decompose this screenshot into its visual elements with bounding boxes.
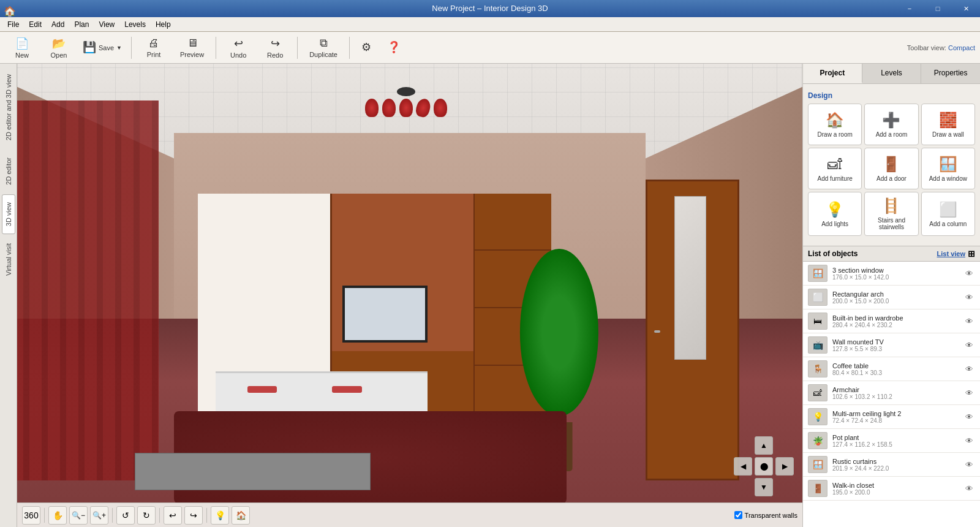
stairs-button[interactable]: 🪜 Stairs and stairwells (864, 192, 918, 236)
obj-name-obj10: Walk-in closet (832, 482, 958, 489)
obj-visibility-obj10[interactable]: 👁 (963, 482, 975, 495)
sidebar-item-2d-editor[interactable]: 2D editor (2, 150, 15, 193)
obj-name-obj2: Rectangular arch (832, 290, 958, 298)
print-button[interactable]: 🖨 Print (137, 34, 171, 61)
home-button[interactable]: 🏠 (232, 506, 250, 525)
menu-edit[interactable]: Edit (24, 19, 47, 30)
obj-thumb-obj5: 🪑 (808, 360, 827, 377)
add-window-icon: 🪟 (939, 156, 957, 173)
rotate-left-button[interactable]: ↺ (116, 506, 135, 525)
menu-levels[interactable]: Levels (119, 19, 151, 30)
stairs-icon: 🪜 (882, 197, 900, 214)
obj-info-obj6: Armchair 102.6 × 103.2 × 110.2 (832, 386, 958, 400)
help-button[interactable]: ❓ (380, 34, 407, 61)
menu-plan[interactable]: Plan (69, 19, 94, 30)
obj-thumb-obj2: ⬜ (808, 289, 827, 306)
add-lights-button[interactable]: 💡 Add lights (808, 192, 862, 236)
add-room-button[interactable]: ➕ Add a room (864, 104, 918, 145)
obj-dims-obj6: 102.6 × 103.2 × 110.2 (832, 393, 958, 400)
redo-button[interactable]: ↪ Redo (258, 34, 292, 61)
nav-up-arrow[interactable]: ▲ (755, 436, 773, 455)
tab-project[interactable]: Project (803, 64, 862, 83)
orbit-left-button[interactable]: ↩ (164, 506, 182, 525)
viewport[interactable]: ▲ ◀ ⬤ ▶ ▼ 360 ✋ 🔍− 🔍+ ↺ ↻ ↩ ↪ 💡 🏠 (17, 64, 802, 527)
list-item[interactable]: 🪑 Coffee table 80.4 × 80.1 × 30.3 👁 (803, 357, 980, 381)
minimize-button[interactable]: − (895, 0, 924, 17)
rotate-right-button[interactable]: ↻ (137, 506, 156, 525)
obj-visibility-obj7[interactable]: 👁 (963, 411, 975, 423)
obj-visibility-obj1[interactable]: 👁 (963, 267, 975, 279)
obj-visibility-obj2[interactable]: 👁 (963, 291, 975, 303)
sidebar-item-3d-view[interactable]: 3D view (2, 194, 15, 234)
duplicate-icon: ⧉ (320, 37, 328, 50)
zoom-out-button[interactable]: 🔍− (69, 506, 88, 525)
list-item[interactable]: 🚪 Walk-in closet 195.0 × 200.0 👁 (803, 477, 980, 501)
list-view-button[interactable]: List view (937, 250, 965, 257)
obj-visibility-obj4[interactable]: 👁 (963, 339, 975, 351)
list-item[interactable]: ⬜ Rectangular arch 200.0 × 15.0 × 200.0 … (803, 286, 980, 309)
redo-icon: ↪ (271, 37, 280, 50)
list-item[interactable]: 📺 Wall mounted TV 127.8 × 5.5 × 89.3 👁 (803, 333, 980, 357)
sidebar-item-virtual-visit[interactable]: Virtual visit (2, 235, 15, 284)
obj-name-obj3: Built-in bed in wardrobe (832, 314, 958, 322)
obj-thumb-obj9: 🪟 (808, 456, 827, 473)
add-window-button[interactable]: 🪟 Add a window (921, 148, 975, 189)
list-item[interactable]: 🪟 Rustic curtains 201.9 × 24.4 × 222.0 👁 (803, 453, 980, 477)
add-door-button[interactable]: 🚪 Add a door (864, 148, 918, 189)
objects-list[interactable]: 🪟 3 section window 176.0 × 15.0 × 142.0 … (803, 262, 980, 527)
obj-dims-obj3: 280.4 × 240.4 × 230.2 (832, 322, 958, 328)
obj-visibility-obj5[interactable]: 👁 (963, 363, 975, 375)
draw-room-button[interactable]: 🏠 Draw a room (808, 104, 862, 145)
add-door-icon: 🚪 (882, 156, 900, 173)
save-button[interactable]: 💾 Save ▼ (78, 34, 126, 61)
menu-add[interactable]: Add (47, 19, 69, 30)
add-furniture-icon: 🛋 (827, 156, 842, 173)
pan-button[interactable]: ✋ (48, 506, 67, 525)
maximize-button[interactable]: □ (924, 0, 952, 17)
add-column-button[interactable]: ⬜ Add a column (921, 192, 975, 236)
toolbar-separator-1 (131, 37, 132, 59)
obj-visibility-obj8[interactable]: 👁 (963, 434, 975, 447)
list-item[interactable]: 🪟 3 section window 176.0 × 15.0 × 142.0 … (803, 262, 980, 286)
obj-visibility-obj9[interactable]: 👁 (963, 458, 975, 471)
orbit-right-button[interactable]: ↪ (184, 506, 203, 525)
list-view-icon[interactable]: ⊞ (968, 249, 975, 259)
obj-visibility-obj6[interactable]: 👁 (963, 387, 975, 399)
zoom-in-button[interactable]: 🔍+ (90, 506, 108, 525)
close-button[interactable]: ✕ (952, 0, 980, 17)
list-item[interactable]: 🛋 Armchair 102.6 × 103.2 × 110.2 👁 (803, 381, 980, 405)
transparent-walls-checkbox[interactable] (734, 511, 742, 519)
toolbar-compact-link[interactable]: Compact (948, 44, 975, 51)
obj-info-obj1: 3 section window 176.0 × 15.0 × 142.0 (832, 267, 958, 281)
nav-left-arrow[interactable]: ◀ (734, 457, 752, 476)
list-item[interactable]: 🛏 Built-in bed in wardrobe 280.4 × 240.4… (803, 309, 980, 333)
tab-properties[interactable]: Properties (921, 64, 980, 83)
open-button[interactable]: 📂 Open (42, 34, 76, 61)
duplicate-button[interactable]: ⧉ Duplicate (303, 34, 344, 61)
nav-center[interactable]: ⬤ (755, 457, 773, 476)
tab-levels[interactable]: Levels (862, 64, 922, 83)
menu-file[interactable]: File (2, 19, 24, 30)
obj-thumb-obj6: 🛋 (808, 384, 827, 401)
list-item[interactable]: 💡 Multi-arm ceiling light 2 72.4 × 72.4 … (803, 405, 980, 429)
draw-wall-button[interactable]: 🧱 Draw a wall (921, 104, 975, 145)
light-button[interactable]: 💡 (211, 506, 229, 525)
preview-button[interactable]: 🖥 Preview (173, 34, 211, 61)
nav-down-arrow[interactable]: ▼ (755, 478, 773, 496)
menu-view[interactable]: View (94, 19, 119, 30)
toolbar-separator-3 (297, 37, 298, 59)
obj-dims-obj1: 176.0 × 15.0 × 142.0 (832, 274, 958, 281)
360-view-button[interactable]: 360 (22, 506, 40, 525)
obj-visibility-obj3[interactable]: 👁 (963, 315, 975, 327)
menu-help[interactable]: Help (151, 19, 176, 30)
save-dropdown-arrow[interactable]: ▼ (116, 45, 122, 51)
undo-button[interactable]: ↩ Undo (221, 34, 255, 61)
list-item[interactable]: 🪴 Pot plant 127.4 × 116.2 × 158.5 👁 (803, 429, 980, 453)
panel-tabs: Project Levels Properties (803, 64, 980, 84)
toolbar-separator-2 (216, 37, 216, 59)
nav-right-arrow[interactable]: ▶ (775, 457, 794, 476)
add-furniture-button[interactable]: 🛋 Add furniture (808, 148, 862, 189)
sidebar-item-2d-editor-3d[interactable]: 2D editor and 3D view (2, 66, 15, 148)
new-button[interactable]: 📄 New (5, 34, 39, 61)
settings-button[interactable]: ⚙ (355, 34, 378, 61)
